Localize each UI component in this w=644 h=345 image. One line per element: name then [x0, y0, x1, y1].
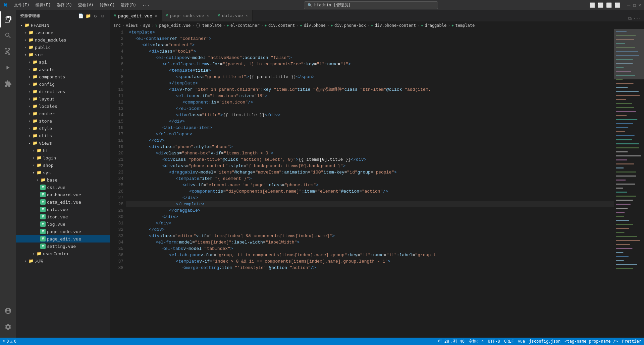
tree-item-utils[interactable]: ›📁utils: [16, 132, 110, 139]
tree-item-page-code-vue[interactable]: Vpage_code.vue: [16, 228, 110, 235]
tree-item-components[interactable]: ›📁components: [16, 73, 110, 80]
code-line-13[interactable]: </el-icon>: [126, 106, 614, 112]
activity-account[interactable]: [0, 303, 16, 319]
code-line-29[interactable]: </draggable>: [126, 207, 614, 214]
collapse-all-icon[interactable]: ⊟: [100, 13, 106, 19]
tree-item-setting-vue[interactable]: Vsetting.vue: [16, 243, 110, 250]
status-tag-info[interactable]: <tag-name prop-name />: [565, 339, 618, 344]
code-line-9[interactable]: </template>: [126, 80, 614, 86]
code-line-24[interactable]: <template #item="{ element }">: [126, 176, 614, 182]
status-jsconfig[interactable]: jsconfig.json: [529, 339, 560, 344]
layout-icon-1[interactable]: ⬜: [589, 2, 595, 8]
code-line-10[interactable]: <div v-for="item in parent.children" :ke…: [126, 86, 614, 93]
menu-file[interactable]: 文件(F): [11, 2, 32, 9]
tree-item-config[interactable]: ›📁config: [16, 80, 110, 88]
code-line-32[interactable]: </div>: [126, 226, 614, 233]
tree-item-data-vue[interactable]: Vdata.vue: [16, 206, 110, 213]
status-errors[interactable]: ⊗ 0 ⚠ 0: [3, 339, 16, 344]
new-file-icon[interactable]: 📄: [78, 13, 84, 19]
breadcrumb-div-content[interactable]: ◈div.content: [265, 23, 295, 28]
layout-icon-3[interactable]: ⬜: [606, 2, 612, 8]
code-line-37[interactable]: <template v-if="index > 0 && ii == compo…: [126, 258, 614, 265]
code-line-11[interactable]: <el-icon v-if="item.icon" :size="18">: [126, 93, 614, 99]
tree-item-assets[interactable]: ›📁assets: [16, 66, 110, 73]
breadcrumb-el-container[interactable]: ◈el-container: [227, 23, 260, 28]
code-line-18[interactable]: </div>: [126, 137, 614, 144]
code-line-28[interactable]: </template>: [126, 201, 614, 207]
tree-item-usercenter[interactable]: ›📁userCenter: [16, 250, 110, 257]
code-line-30[interactable]: </div>: [126, 214, 614, 220]
tree-item-router[interactable]: ›📁router: [16, 110, 110, 117]
more-actions-icon[interactable]: ···: [633, 16, 641, 21]
tree-item-node-modules[interactable]: ›📁node_modules: [16, 36, 110, 44]
tab-page-edit[interactable]: V page_edit.vue ✕: [110, 10, 162, 21]
tab-close-3[interactable]: ✕: [245, 13, 248, 18]
layout-icon-4[interactable]: ⬜: [614, 2, 620, 8]
breadcrumb-div-phone-box[interactable]: ◈div.phone-box: [331, 23, 366, 28]
code-line-31[interactable]: </div>: [126, 220, 614, 226]
close-button[interactable]: ✕: [639, 2, 641, 8]
tree-item-locales[interactable]: ›📁locales: [16, 102, 110, 110]
menu-goto[interactable]: 转到(G): [97, 2, 118, 9]
tree-item-src[interactable]: ▾📁src: [16, 51, 110, 58]
search-bar[interactable]: 🔍 hfadmin [管理员]: [304, 1, 438, 9]
code-line-35[interactable]: <el-tabs v-model="tabIndex">: [126, 246, 614, 252]
tab-close-2[interactable]: ✕: [206, 13, 210, 18]
tree-item-views[interactable]: ▾📁views: [16, 139, 110, 147]
code-line-12[interactable]: <component :is="item.icon" />: [126, 99, 614, 106]
tree-item-store[interactable]: ›📁store: [16, 117, 110, 125]
tree-item-public[interactable]: ›📁public: [16, 44, 110, 51]
code-line-22[interactable]: <div class="phone-content" :style="{ bac…: [126, 163, 614, 169]
breadcrumb-div-phone[interactable]: ◈div.phone: [300, 23, 326, 28]
code-line-2[interactable]: <el-container ref="container">: [126, 36, 614, 42]
tree-item-hfadmin[interactable]: ▾📁HFADMIN: [16, 21, 110, 29]
code-line-4[interactable]: <div class="tools">: [126, 48, 614, 55]
activity-explorer[interactable]: [0, 11, 16, 27]
code-line-19[interactable]: <div class="phone" :style="phone">: [126, 144, 614, 150]
tree-item-sys[interactable]: ▾📁sys: [16, 169, 110, 176]
code-line-15[interactable]: </div>: [126, 118, 614, 125]
breadcrumb-div-phone-content[interactable]: ◈div.phone-content: [371, 23, 416, 28]
tree-item-hf[interactable]: ›📁hf: [16, 147, 110, 154]
layout-icon-2[interactable]: ⬜: [598, 2, 603, 8]
status-prettier[interactable]: Prettier: [622, 339, 641, 344]
menu-view[interactable]: 查看(V): [75, 2, 96, 9]
code-editor[interactable]: 1234567891011121314151617181920212223242…: [110, 29, 644, 338]
split-editor-icon[interactable]: ⧉: [628, 16, 632, 21]
tree-item-layout[interactable]: ›📁layout: [16, 95, 110, 102]
code-line-34[interactable]: <el-form :model="items[index]" :label-wi…: [126, 239, 614, 246]
tree-item-log-vue[interactable]: Vlog.vue: [16, 220, 110, 228]
tree-item-api[interactable]: ›📁api: [16, 58, 110, 66]
breadcrumb-template[interactable]: {}template: [196, 23, 221, 28]
new-folder-icon[interactable]: 📁: [85, 13, 91, 19]
tab-close-1[interactable]: ✕: [154, 13, 158, 18]
tree-item-base[interactable]: ›📁base: [16, 176, 110, 184]
code-line-23[interactable]: <draggable v-model="items" @change="move…: [126, 169, 614, 176]
maximize-button[interactable]: ☐: [633, 2, 636, 8]
status-spaces[interactable]: 空格: 4: [469, 339, 484, 344]
breadcrumb-sys[interactable]: sys: [143, 23, 150, 28]
activity-run[interactable]: [0, 60, 16, 76]
code-line-14[interactable]: <div class="title">{{ item.title }}</div…: [126, 112, 614, 118]
tree-item-page-edit-vue[interactable]: Vpage_edit.vue: [16, 235, 110, 243]
code-content[interactable]: <template><el-container ref="container">…: [126, 29, 614, 338]
activity-settings[interactable]: [0, 319, 16, 335]
minimize-button[interactable]: ─: [627, 2, 630, 8]
code-line-36[interactable]: <el-tab-pane v-for="group, ii in compone…: [126, 252, 614, 258]
tree-item-directives[interactable]: ›📁directives: [16, 88, 110, 95]
tab-data[interactable]: V data.vue ✕: [214, 10, 253, 21]
tab-page-code[interactable]: V page_code.vue ✕: [162, 10, 214, 21]
code-line-16[interactable]: </el-collapse-item>: [126, 125, 614, 131]
code-line-7[interactable]: <template #title>: [126, 67, 614, 74]
tree-item--vscode[interactable]: ›📁.vscode: [16, 29, 110, 36]
code-line-5[interactable]: <el-collapse v-model="activeNames" :acco…: [126, 55, 614, 61]
code-line-33[interactable]: <div class="editor" v-if="items[index] &…: [126, 233, 614, 239]
breadcrumb-draggable[interactable]: ◈draggable: [421, 23, 446, 28]
menu-more[interactable]: ...: [140, 2, 152, 9]
breadcrumb-src[interactable]: src: [113, 23, 121, 28]
breadcrumb-views[interactable]: views: [126, 23, 138, 28]
status-language[interactable]: vue: [518, 339, 525, 344]
code-line-27[interactable]: </div>: [126, 195, 614, 201]
code-line-17[interactable]: </el-collapse>: [126, 131, 614, 137]
tree-item-data-edit-vue[interactable]: Vdata_edit.vue: [16, 198, 110, 206]
